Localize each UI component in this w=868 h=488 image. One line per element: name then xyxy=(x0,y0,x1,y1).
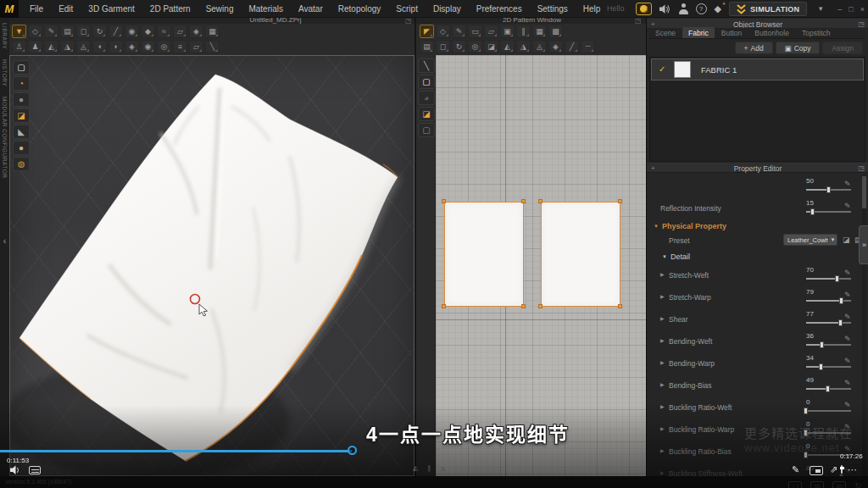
slider-thumb[interactable] xyxy=(839,297,843,304)
tab-buttonhole[interactable]: Buttonhole xyxy=(748,27,795,38)
3d-viewport[interactable]: ▢◔●◪◣●◍ xyxy=(9,55,415,476)
show-garment-c-icon[interactable]: ◬ xyxy=(532,40,547,53)
pip-button[interactable] xyxy=(810,466,823,475)
edit-value-icon[interactable]: ✎ xyxy=(844,180,851,188)
property-slider[interactable] xyxy=(806,189,851,191)
zoom-area-icon[interactable]: ◎ xyxy=(468,40,482,53)
slider-thumb[interactable] xyxy=(804,430,808,436)
simulation-button[interactable]: SIMULATION xyxy=(729,2,807,16)
minimize-button[interactable]: – xyxy=(837,5,842,14)
slider-thumb[interactable] xyxy=(804,408,808,414)
show-skin-icon[interactable]: ● xyxy=(13,141,30,155)
expand-row-icon[interactable]: ▶ xyxy=(660,381,665,387)
side-tab-modular-configurator[interactable]: MODULAR CONFIGURATOR xyxy=(2,97,8,178)
seam-line-tool-icon[interactable]: ╱ xyxy=(565,40,579,53)
collapse-triangle-icon[interactable]: ▼ xyxy=(662,254,667,259)
view-2d-icon[interactable]: 2D xyxy=(832,481,846,488)
iron-tool-icon[interactable]: ◪ xyxy=(484,40,498,53)
add-garment-icon[interactable]: ◆+ xyxy=(715,3,721,14)
expand-row-icon[interactable]: ▶ xyxy=(660,315,665,321)
maximize-button[interactable]: □ xyxy=(849,5,853,14)
basting-tool-icon[interactable]: ┄ xyxy=(581,40,595,53)
zipper-tool-icon[interactable]: ≡ xyxy=(173,40,187,53)
subtitle-button[interactable] xyxy=(29,466,41,474)
pleats-tool-icon[interactable]: ∥ xyxy=(516,25,531,38)
tab-fabric[interactable]: Fabric xyxy=(682,27,715,38)
menu-help[interactable]: Help xyxy=(576,4,609,14)
grid-b-icon[interactable]: ▩ xyxy=(548,25,563,38)
property-slider[interactable] xyxy=(806,366,851,368)
segment-sew-tool-icon[interactable]: ◈ xyxy=(189,25,203,38)
menu-script[interactable]: Script xyxy=(388,4,426,14)
show-garment-a-icon[interactable]: ◭ xyxy=(500,40,515,53)
expand-panel-button[interactable]: » xyxy=(859,225,868,264)
side-tab-history[interactable]: HISTORY xyxy=(2,59,8,86)
property-slider[interactable] xyxy=(806,410,851,412)
desync-3d-icon[interactable]: ◮ xyxy=(440,464,445,472)
edit-pattern-icon[interactable]: ◇ xyxy=(436,25,450,38)
pattern-piece[interactable] xyxy=(444,202,524,307)
simulate-icon[interactable]: ▼ xyxy=(12,25,26,38)
edit-curve-icon[interactable]: ✎ xyxy=(452,25,466,38)
menu-avatar[interactable]: Avatar xyxy=(291,4,331,14)
property-slider[interactable] xyxy=(806,322,851,324)
menu-display[interactable]: Display xyxy=(426,4,469,14)
slider-thumb[interactable] xyxy=(835,275,839,282)
expand-row-icon[interactable]: ▶ xyxy=(660,403,665,409)
tape-tool-icon[interactable]: ▱ xyxy=(189,40,203,53)
pattern-corner-point[interactable] xyxy=(618,304,622,308)
pause-sim-icon[interactable]: ∥ xyxy=(427,464,431,472)
volume-button[interactable] xyxy=(10,465,22,475)
menu-file[interactable]: File xyxy=(22,4,51,14)
pen-tool-icon[interactable]: ✎ xyxy=(44,25,58,38)
rotate-dotted-icon[interactable]: ↻ xyxy=(92,25,107,38)
menu-sewing[interactable]: Sewing xyxy=(198,4,242,14)
property-slider[interactable] xyxy=(806,432,851,434)
glove-tool-icon[interactable]: ◗ xyxy=(108,40,123,53)
measure-tool-icon[interactable]: ╲ xyxy=(205,40,220,53)
grid-tool-icon[interactable]: ▦ xyxy=(205,25,220,38)
close-button[interactable]: × xyxy=(860,5,865,14)
pointer-button[interactable]: ⇗ xyxy=(830,464,837,475)
rotate-2d-icon[interactable]: ↻ xyxy=(452,40,466,53)
credits-icon[interactable] xyxy=(636,3,652,15)
menu-settings[interactable]: Settings xyxy=(530,4,576,14)
more-button[interactable]: ⋯ xyxy=(848,464,858,475)
slider-thumb[interactable] xyxy=(810,208,815,215)
menu-retopology[interactable]: Retopology xyxy=(331,4,389,14)
property-scrollbar[interactable] xyxy=(862,175,866,486)
add-polygon-icon[interactable]: ▱ xyxy=(484,25,498,38)
transform-pattern-icon[interactable]: ◤ xyxy=(420,25,434,38)
edit-value-icon[interactable]: ✎ xyxy=(844,401,851,409)
pin-tool-icon[interactable]: ╱ xyxy=(108,25,123,38)
fold-arrangement-icon[interactable]: ◆ xyxy=(141,25,155,38)
expand-row-icon[interactable]: ▶ xyxy=(660,359,665,365)
show-pressure-icon[interactable]: ◣ xyxy=(13,125,30,139)
move-dotted-2d-icon[interactable]: ◻ xyxy=(436,40,450,53)
property-slider[interactable] xyxy=(806,211,851,213)
scrollbar-thumb[interactable] xyxy=(862,176,866,208)
edit-value-icon[interactable]: ✎ xyxy=(844,269,851,277)
show-fabric-2d-icon[interactable]: ◪ xyxy=(418,107,435,121)
avatar-walk-icon[interactable]: ♙ xyxy=(12,40,26,53)
add-dart-icon[interactable]: ▣ xyxy=(500,25,515,38)
mini-volume-slider[interactable] xyxy=(841,465,843,474)
collapse-left-panel-icon[interactable]: ‹ xyxy=(0,236,9,246)
camera-tool-icon[interactable]: ◉ xyxy=(125,25,139,38)
slider-thumb[interactable] xyxy=(804,452,808,458)
slider-thumb[interactable] xyxy=(826,385,830,392)
annotate-button[interactable]: ✎ xyxy=(792,464,799,475)
button-tool-icon[interactable]: ◉ xyxy=(141,40,155,53)
cluster-tool-icon[interactable]: ◈ xyxy=(548,40,563,53)
expand-row-icon[interactable]: ▶ xyxy=(660,293,665,299)
sound-icon[interactable] xyxy=(659,4,671,14)
flower-cluster-icon[interactable]: ◈ xyxy=(125,40,139,53)
tab-scene[interactable]: Scene xyxy=(649,27,682,38)
show-garment-icon[interactable]: ▢ xyxy=(13,60,30,75)
move-dotted-icon[interactable]: ◻ xyxy=(76,25,91,38)
property-slider[interactable] xyxy=(806,278,851,280)
slider-thumb[interactable] xyxy=(838,319,843,326)
edit-value-icon[interactable]: ✎ xyxy=(844,335,851,343)
pattern-corner-point[interactable] xyxy=(538,304,542,308)
show-seams-icon[interactable]: ◔ xyxy=(13,76,30,91)
